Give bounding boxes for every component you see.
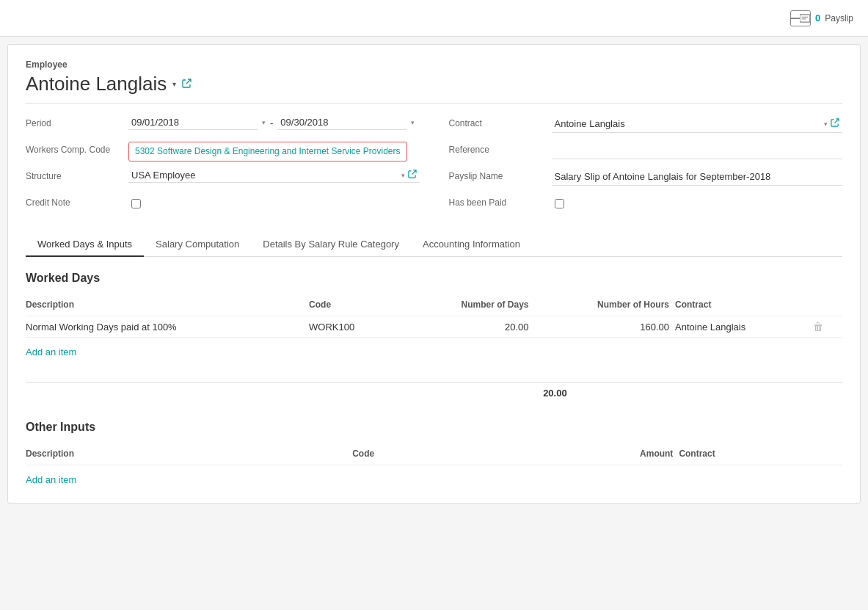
total-empty-desc	[26, 383, 352, 404]
structure-value: USA Employee	[131, 170, 398, 181]
row-delete-cell: 🗑	[813, 316, 842, 338]
employee-name: Antoine Langlais	[26, 73, 167, 95]
structure-row: Structure USA Employee ▾	[26, 168, 420, 189]
col-description-header: Description	[26, 295, 309, 316]
payslip-name-label: Payslip Name	[449, 168, 544, 181]
other-inputs-table: Description Code Amount Contract	[26, 444, 842, 465]
contract-text: Antoine Langlais	[555, 118, 822, 129]
total-empty-hours	[573, 383, 696, 404]
reference-row: Reference	[449, 142, 843, 162]
col-actions-header	[813, 295, 842, 316]
svg-rect-0	[800, 14, 810, 21]
structure-label: Structure	[26, 168, 121, 181]
period-dropdown-icon[interactable]: ▾	[262, 119, 266, 126]
workers-comp-value[interactable]: 5302 Software Design & Engineering and I…	[128, 142, 407, 161]
col-num-hours-header: Number of Hours	[535, 295, 676, 316]
tab-salary-computation[interactable]: Salary Computation	[144, 233, 251, 257]
has-been-paid-checkbox[interactable]	[555, 199, 564, 208]
employee-section-label: Employee	[26, 59, 842, 70]
total-empty-contract	[696, 383, 820, 404]
reference-value[interactable]	[552, 142, 843, 159]
tabs-bar: Worked Days & Inputs Salary Computation …	[26, 233, 842, 257]
total-empty-actions	[820, 383, 842, 404]
col-code-header: Code	[309, 295, 402, 316]
period-row: Period ▾ - ▾	[26, 115, 420, 136]
period-start-input[interactable]	[128, 115, 258, 130]
workers-comp-row: Workers Comp. Code 5302 Software Design …	[26, 142, 420, 162]
payslip-icon	[790, 10, 811, 26]
contract-label: Contract	[449, 115, 544, 128]
credit-note-label: Credit Note	[26, 195, 121, 208]
structure-value-row: USA Employee ▾	[128, 168, 420, 183]
credit-note-row: Credit Note	[26, 195, 420, 215]
period-end-input[interactable]	[277, 115, 406, 130]
main-content: Employee Antoine Langlais ▾ Period ▾ - ▾	[7, 44, 861, 504]
period-label: Period	[26, 115, 121, 128]
payslip-name-text: Salary Slip of Antoine Langlais for Sept…	[555, 171, 771, 182]
credit-note-value	[128, 195, 420, 212]
period-value: ▾ - ▾	[128, 115, 415, 130]
other-col-amount-header: Amount	[556, 444, 679, 465]
table-row: Normal Working Days paid at 100% WORK100…	[26, 316, 842, 338]
delete-row-icon[interactable]: 🗑	[813, 321, 823, 333]
has-been-paid-value	[552, 195, 843, 212]
contract-dropdown-icon[interactable]: ▾	[824, 120, 828, 128]
worked-days-title: Worked Days	[26, 272, 842, 285]
other-inputs-section: Other Inputs Description Code Amount Con…	[26, 421, 842, 488]
payslip-badge[interactable]: 0 Payslip	[790, 10, 853, 26]
payslip-label: Payslip	[825, 13, 853, 23]
other-col-code-header: Code	[352, 444, 556, 465]
employee-name-row: Antoine Langlais ▾	[26, 73, 842, 104]
tab-details-by-salary-rule[interactable]: Details By Salary Rule Category	[251, 233, 411, 257]
top-bar: 0 Payslip	[0, 0, 868, 37]
other-inputs-title: Other Inputs	[26, 421, 842, 434]
has-been-paid-row: Has been Paid	[449, 195, 843, 215]
credit-note-checkbox[interactable]	[131, 199, 141, 208]
worked-days-add-item[interactable]: Add an item	[26, 344, 76, 360]
has-been-paid-label: Has been Paid	[449, 195, 544, 208]
employee-external-link[interactable]	[182, 79, 192, 90]
row-description: Normal Working Days paid at 100%	[26, 316, 309, 338]
tab-accounting-information[interactable]: Accounting Information	[411, 233, 532, 257]
contract-row: Contract Antoine Langlais ▾	[449, 115, 843, 136]
contract-external-link[interactable]	[831, 118, 839, 129]
worked-days-table: Description Code Number of Days Number o…	[26, 295, 842, 338]
row-code: WORK100	[309, 316, 402, 338]
other-col-contract-header: Contract	[679, 444, 842, 465]
total-empty-code	[352, 383, 451, 404]
row-num-hours: 160.00	[535, 316, 676, 338]
structure-dropdown-icon[interactable]: ▾	[401, 172, 405, 179]
col-num-days-header: Number of Days	[402, 295, 535, 316]
total-value: 20.00	[451, 383, 573, 404]
row-contract: Antoine Langlais	[675, 316, 813, 338]
other-inputs-add-item[interactable]: Add an item	[26, 471, 76, 488]
payslip-count: 0	[815, 12, 820, 23]
period-end-dropdown-icon[interactable]: ▾	[411, 119, 415, 126]
form-grid: Period ▾ - ▾ Workers Comp. Code 5302 Sof…	[26, 115, 842, 221]
payslip-name-value: Salary Slip of Antoine Langlais for Sept…	[552, 168, 843, 186]
col-contract-header: Contract	[675, 295, 813, 316]
total-row: 20.00	[26, 383, 842, 404]
row-num-days: 20.00	[402, 316, 535, 338]
period-separator: -	[270, 117, 273, 128]
workers-comp-label: Workers Comp. Code	[26, 142, 121, 155]
reference-label: Reference	[449, 142, 544, 155]
worked-days-total-table: 20.00	[26, 382, 842, 403]
tab-worked-days-inputs[interactable]: Worked Days & Inputs	[26, 233, 144, 257]
other-col-description-header: Description	[26, 444, 352, 465]
employee-name-dropdown-icon[interactable]: ▾	[172, 80, 176, 88]
contract-value: Antoine Langlais ▾	[552, 115, 843, 133]
payslip-name-row: Payslip Name Salary Slip of Antoine Lang…	[449, 168, 843, 189]
worked-days-section: Worked Days Description Code Number of D…	[26, 272, 842, 403]
structure-external-link[interactable]	[408, 170, 417, 181]
